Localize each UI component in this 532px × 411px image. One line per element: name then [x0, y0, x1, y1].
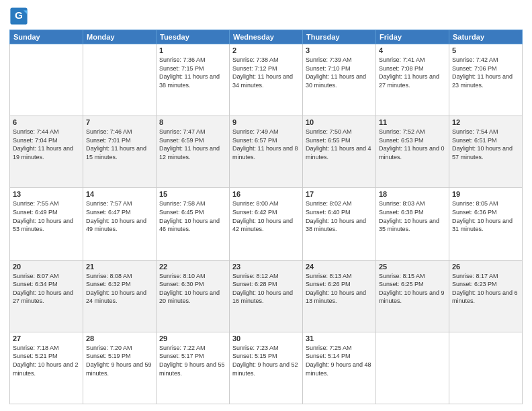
calendar-week-row: 1Sunrise: 7:36 AM Sunset: 7:15 PM Daylig… — [10, 44, 523, 116]
day-number: 6 — [13, 118, 80, 126]
calendar-cell: 22Sunrise: 8:10 AM Sunset: 6:30 PM Dayli… — [157, 260, 230, 332]
day-number: 26 — [452, 263, 519, 271]
day-detail: Sunrise: 7:50 AM Sunset: 6:55 PM Dayligh… — [306, 128, 373, 161]
day-detail: Sunrise: 8:08 AM Sunset: 6:32 PM Dayligh… — [86, 272, 153, 306]
day-number: 16 — [232, 190, 300, 198]
calendar-week-row: 20Sunrise: 8:07 AM Sunset: 6:34 PM Dayli… — [10, 260, 523, 332]
calendar-cell: 24Sunrise: 8:13 AM Sunset: 6:26 PM Dayli… — [303, 260, 376, 332]
calendar-cell: 19Sunrise: 8:05 AM Sunset: 6:36 PM Dayli… — [449, 188, 523, 260]
calendar-header-row: SundayMondayTuesdayWednesdayThursdayFrid… — [10, 30, 523, 44]
day-number: 25 — [379, 263, 446, 271]
calendar-cell: 21Sunrise: 8:08 AM Sunset: 6:32 PM Dayli… — [83, 260, 157, 332]
day-number: 8 — [159, 118, 226, 126]
calendar-cell: 15Sunrise: 7:58 AM Sunset: 6:45 PM Dayli… — [157, 188, 230, 260]
day-number: 20 — [13, 263, 80, 271]
calendar-cell: 18Sunrise: 8:03 AM Sunset: 6:38 PM Dayli… — [376, 188, 449, 260]
calendar-cell: 5Sunrise: 7:42 AM Sunset: 7:06 PM Daylig… — [449, 44, 523, 116]
day-detail: Sunrise: 7:54 AM Sunset: 6:51 PM Dayligh… — [452, 128, 519, 161]
day-number: 12 — [452, 118, 519, 126]
day-detail: Sunrise: 7:25 AM Sunset: 5:14 PM Dayligh… — [306, 344, 373, 377]
day-detail: Sunrise: 7:46 AM Sunset: 7:01 PM Dayligh… — [86, 128, 153, 161]
day-detail: Sunrise: 7:57 AM Sunset: 6:47 PM Dayligh… — [86, 199, 153, 233]
calendar-cell: 13Sunrise: 7:55 AM Sunset: 6:49 PM Dayli… — [10, 188, 83, 260]
day-detail: Sunrise: 7:49 AM Sunset: 6:57 PM Dayligh… — [232, 128, 300, 161]
logo: G — [9, 7, 30, 26]
day-detail: Sunrise: 7:52 AM Sunset: 6:53 PM Dayligh… — [379, 128, 446, 161]
day-number: 3 — [306, 46, 373, 54]
day-detail: Sunrise: 8:10 AM Sunset: 6:30 PM Dayligh… — [159, 272, 226, 306]
day-number: 7 — [86, 118, 153, 126]
calendar-cell: 23Sunrise: 8:12 AM Sunset: 6:28 PM Dayli… — [230, 260, 303, 332]
day-number: 28 — [86, 334, 153, 342]
day-number: 19 — [452, 190, 519, 198]
day-number: 15 — [159, 190, 226, 198]
calendar-cell: 10Sunrise: 7:50 AM Sunset: 6:55 PM Dayli… — [303, 116, 376, 188]
day-detail: Sunrise: 7:39 AM Sunset: 7:10 PM Dayligh… — [306, 56, 373, 89]
day-number: 13 — [13, 190, 80, 198]
calendar-week-row: 6Sunrise: 7:44 AM Sunset: 7:04 PM Daylig… — [10, 116, 523, 188]
header: G — [9, 7, 523, 26]
calendar-cell: 4Sunrise: 7:41 AM Sunset: 7:08 PM Daylig… — [376, 44, 449, 116]
calendar-week-row: 13Sunrise: 7:55 AM Sunset: 6:49 PM Dayli… — [10, 188, 523, 260]
calendar-cell: 8Sunrise: 7:47 AM Sunset: 6:59 PM Daylig… — [157, 116, 230, 188]
day-number: 24 — [306, 263, 373, 271]
calendar-cell — [83, 44, 157, 116]
day-detail: Sunrise: 7:20 AM Sunset: 5:19 PM Dayligh… — [86, 344, 153, 377]
calendar-day-header: Sunday — [10, 30, 83, 44]
calendar-cell: 28Sunrise: 7:20 AM Sunset: 5:19 PM Dayli… — [83, 332, 157, 404]
calendar-cell: 16Sunrise: 8:00 AM Sunset: 6:42 PM Dayli… — [230, 188, 303, 260]
day-number: 29 — [159, 334, 226, 342]
day-number: 2 — [232, 46, 300, 54]
calendar-cell: 29Sunrise: 7:22 AM Sunset: 5:17 PM Dayli… — [157, 332, 230, 404]
day-detail: Sunrise: 7:23 AM Sunset: 5:15 PM Dayligh… — [232, 344, 300, 377]
day-detail: Sunrise: 7:42 AM Sunset: 7:06 PM Dayligh… — [452, 56, 519, 89]
day-number: 4 — [379, 46, 446, 54]
day-detail: Sunrise: 7:44 AM Sunset: 7:04 PM Dayligh… — [13, 128, 80, 161]
day-detail: Sunrise: 7:36 AM Sunset: 7:15 PM Dayligh… — [159, 56, 226, 89]
calendar-cell: 31Sunrise: 7:25 AM Sunset: 5:14 PM Dayli… — [303, 332, 376, 404]
day-number: 18 — [379, 190, 446, 198]
calendar-cell — [376, 332, 449, 404]
day-detail: Sunrise: 7:22 AM Sunset: 5:17 PM Dayligh… — [159, 344, 226, 377]
calendar-cell: 27Sunrise: 7:18 AM Sunset: 5:21 PM Dayli… — [10, 332, 83, 404]
calendar-cell: 30Sunrise: 7:23 AM Sunset: 5:15 PM Dayli… — [230, 332, 303, 404]
day-detail: Sunrise: 8:05 AM Sunset: 6:36 PM Dayligh… — [452, 199, 519, 233]
calendar-cell — [10, 44, 83, 116]
day-detail: Sunrise: 8:12 AM Sunset: 6:28 PM Dayligh… — [232, 272, 300, 306]
day-detail: Sunrise: 8:07 AM Sunset: 6:34 PM Dayligh… — [13, 272, 80, 306]
day-detail: Sunrise: 8:17 AM Sunset: 6:23 PM Dayligh… — [452, 272, 519, 306]
calendar-day-header: Tuesday — [157, 30, 230, 44]
calendar-cell: 14Sunrise: 7:57 AM Sunset: 6:47 PM Dayli… — [83, 188, 157, 260]
svg-text:G: G — [15, 9, 23, 21]
calendar-week-row: 27Sunrise: 7:18 AM Sunset: 5:21 PM Dayli… — [10, 332, 523, 404]
day-number: 31 — [306, 334, 373, 342]
calendar-cell: 3Sunrise: 7:39 AM Sunset: 7:10 PM Daylig… — [303, 44, 376, 116]
day-number: 17 — [306, 190, 373, 198]
calendar-cell: 7Sunrise: 7:46 AM Sunset: 7:01 PM Daylig… — [83, 116, 157, 188]
page: G SundayMondayTuesdayWednesdayThursdayFr… — [0, 0, 532, 411]
calendar-table: SundayMondayTuesdayWednesdayThursdayFrid… — [9, 30, 523, 404]
day-number: 11 — [379, 118, 446, 126]
day-number: 14 — [86, 190, 153, 198]
day-detail: Sunrise: 7:41 AM Sunset: 7:08 PM Dayligh… — [379, 56, 446, 89]
day-number: 1 — [159, 46, 226, 54]
calendar-day-header: Friday — [376, 30, 449, 44]
day-number: 21 — [86, 263, 153, 271]
day-detail: Sunrise: 7:18 AM Sunset: 5:21 PM Dayligh… — [13, 344, 80, 377]
day-detail: Sunrise: 7:58 AM Sunset: 6:45 PM Dayligh… — [159, 199, 226, 233]
calendar-cell: 17Sunrise: 8:02 AM Sunset: 6:40 PM Dayli… — [303, 188, 376, 260]
calendar-cell: 6Sunrise: 7:44 AM Sunset: 7:04 PM Daylig… — [10, 116, 83, 188]
day-number: 5 — [452, 46, 519, 54]
day-detail: Sunrise: 8:03 AM Sunset: 6:38 PM Dayligh… — [379, 199, 446, 233]
calendar-day-header: Saturday — [449, 30, 523, 44]
day-number: 30 — [232, 334, 300, 342]
day-detail: Sunrise: 8:15 AM Sunset: 6:25 PM Dayligh… — [379, 272, 446, 306]
calendar-cell: 1Sunrise: 7:36 AM Sunset: 7:15 PM Daylig… — [157, 44, 230, 116]
calendar-cell: 25Sunrise: 8:15 AM Sunset: 6:25 PM Dayli… — [376, 260, 449, 332]
day-detail: Sunrise: 7:55 AM Sunset: 6:49 PM Dayligh… — [13, 199, 80, 233]
calendar-cell: 11Sunrise: 7:52 AM Sunset: 6:53 PM Dayli… — [376, 116, 449, 188]
day-detail: Sunrise: 7:38 AM Sunset: 7:12 PM Dayligh… — [232, 56, 300, 89]
calendar-cell: 26Sunrise: 8:17 AM Sunset: 6:23 PM Dayli… — [449, 260, 523, 332]
day-number: 9 — [232, 118, 300, 126]
day-detail: Sunrise: 8:00 AM Sunset: 6:42 PM Dayligh… — [232, 199, 300, 233]
